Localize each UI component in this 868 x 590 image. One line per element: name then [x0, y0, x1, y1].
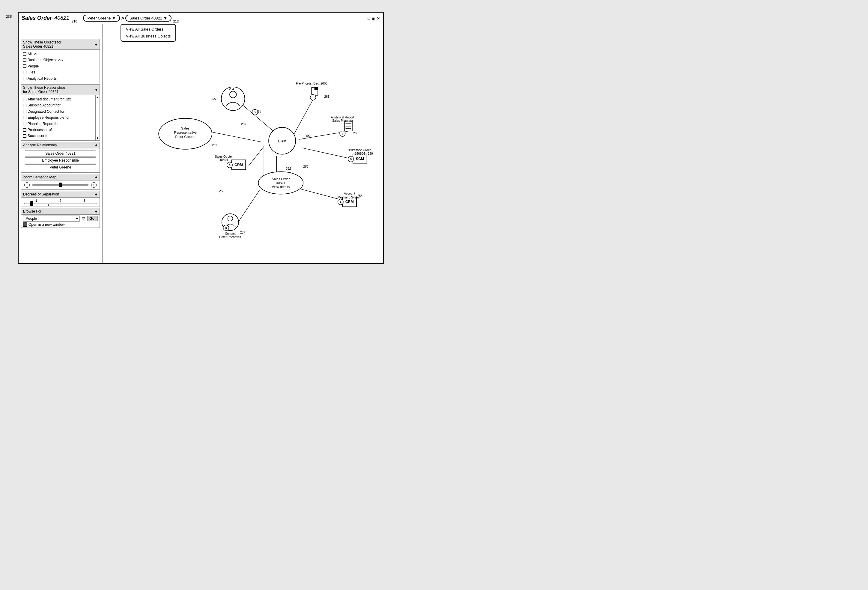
- node-account-num: 4: [340, 201, 341, 204]
- obj-all[interactable]: All 216: [23, 51, 98, 57]
- browse-header[interactable]: Browse For ◄: [21, 208, 100, 215]
- map-label-265: 265: [304, 134, 310, 138]
- browse-dropdown-arrow[interactable]: ▽: [81, 216, 86, 221]
- obj-business[interactable]: Businees Objects 217: [23, 57, 98, 63]
- section-objects-arrow[interactable]: ◄: [94, 42, 98, 46]
- zoom-minus-button[interactable]: −: [24, 182, 30, 188]
- scroll-bar[interactable]: ▲ ▼: [95, 95, 100, 140]
- close-icon[interactable]: ✕: [376, 16, 380, 21]
- rel-shipping[interactable]: Shipping Account for: [23, 102, 93, 108]
- nav-breadcrumb[interactable]: Peter Greene ▼ > Sales Order 40821 ▼: [83, 15, 171, 22]
- analyse-body: Sales Order 40821 226 Employee Responsib…: [21, 148, 100, 173]
- section-objects-title: Show These Objects forSales Order 40821: [23, 40, 62, 49]
- degrees-thumb[interactable]: [30, 201, 33, 206]
- obj-files[interactable]: Files: [23, 69, 98, 75]
- maximize-icon[interactable]: ▣: [372, 16, 375, 21]
- rel-shipping-checkbox[interactable]: [23, 104, 27, 107]
- rel-successor-checkbox[interactable]: [23, 134, 27, 138]
- browse-checkbox-icon[interactable]: [23, 223, 27, 227]
- node-purchase-text: SCM: [356, 157, 364, 161]
- nav-order-label: Sales Order 40821: [130, 16, 162, 21]
- node-report-label1: Analytical Report: [331, 116, 354, 119]
- rel-employee-label: Employee Responsible for: [28, 115, 69, 121]
- analyse-header[interactable]: Analyse Relationship ◄: [21, 142, 100, 148]
- section-rel-title: Show These Relationshipsfor Sales Order …: [23, 86, 66, 94]
- rel-employee-checkbox[interactable]: [23, 116, 27, 119]
- obj-files-label: Files: [28, 69, 35, 75]
- zoom-arrow[interactable]: ◄: [94, 175, 98, 179]
- node-account-text: CRM: [345, 200, 354, 204]
- section-browse: 240 Browse For ◄ People ▽ Go! Open in a …: [21, 208, 100, 228]
- nav-dropdown[interactable]: View All Sales Orders View All Business …: [121, 24, 176, 42]
- analyse-arrow[interactable]: ◄: [94, 143, 98, 147]
- rel-items: Attached document for 221 Shipping Accou…: [21, 95, 100, 140]
- right-panel: Sales Representative Peter Greene CRM Sa…: [103, 24, 383, 263]
- degrees-header[interactable]: Degrees of Separation ◄: [21, 191, 100, 198]
- node-center-crm-text: CRM: [278, 139, 286, 143]
- section-rel-body: ▲ ▼ Attached document for 221 Shipping A…: [21, 95, 100, 140]
- obj-people[interactable]: People: [23, 63, 98, 69]
- obj-business-checkbox[interactable]: [23, 59, 27, 62]
- degrees-labels: 1 2 3: [24, 199, 96, 202]
- browse-go-button[interactable]: Go!: [87, 216, 98, 221]
- rel-successor[interactable]: Successor to: [23, 133, 93, 139]
- rel-attached-checkbox[interactable]: [23, 98, 27, 101]
- obj-reports[interactable]: Analytical Reports: [23, 75, 98, 81]
- browse-title: Browse For: [23, 209, 41, 214]
- zoom-thumb[interactable]: [59, 183, 62, 187]
- obj-reports-checkbox[interactable]: [23, 77, 27, 80]
- map-label-267: 267: [212, 144, 217, 147]
- obj-all-checkbox[interactable]: [23, 52, 27, 56]
- browse-checkbox-row[interactable]: Open in a new window: [23, 223, 98, 227]
- nav-person-pill[interactable]: Peter Greene ▼: [83, 15, 120, 22]
- label-259: 259: [368, 152, 373, 155]
- window-controls[interactable]: □ ▣ ✕: [368, 16, 380, 21]
- label-257: 257: [240, 231, 245, 234]
- node-so-text3: View details: [272, 185, 290, 189]
- section-objects-header[interactable]: Show These Objects forSales Order 40821 …: [21, 39, 100, 50]
- minimize-icon[interactable]: □: [368, 16, 370, 21]
- rel-predecessor[interactable]: Predecessor of: [23, 127, 93, 133]
- node-file-label1: File Pricelist Dec. 2006: [296, 82, 328, 85]
- analyse-item2[interactable]: Employee Responsible: [25, 157, 96, 164]
- rel-contact-checkbox[interactable]: [23, 110, 27, 113]
- map-label-256: 256: [218, 189, 224, 193]
- browse-select[interactable]: People: [23, 215, 80, 221]
- node-account-label1: Account: [344, 192, 355, 195]
- obj-people-checkbox[interactable]: [23, 65, 27, 68]
- obj-files-checkbox[interactable]: [23, 71, 27, 74]
- rel-attached[interactable]: Attached document for 221: [23, 96, 93, 102]
- rel-contact[interactable]: Designated Contact for: [23, 109, 93, 115]
- node-report-num: 2: [342, 133, 343, 136]
- node-rep-text2: Representative: [174, 131, 196, 134]
- degrees-track[interactable]: [24, 203, 96, 204]
- scroll-down-icon[interactable]: ▼: [96, 136, 99, 140]
- zoom-track[interactable]: [32, 184, 89, 186]
- rel-successor-label: Successor to: [28, 133, 48, 139]
- node-report-icon[interactable]: [344, 121, 352, 131]
- scroll-up-icon[interactable]: ▲: [96, 96, 99, 99]
- analyse-item1[interactable]: Sales Order 40821: [25, 150, 96, 156]
- rel-predecessor-label: Predecessor of: [28, 127, 52, 133]
- rel-planning[interactable]: Planning Report for: [23, 121, 93, 127]
- node-contact-label2: Peter Roosevelt: [219, 235, 241, 239]
- section-rel-header[interactable]: Show These Relationshipsfor Sales Order …: [21, 84, 100, 95]
- rel-planning-checkbox[interactable]: [23, 122, 27, 125]
- zoom-header[interactable]: Zoom Semantic Map ◄: [21, 174, 100, 180]
- zoom-plus-button[interactable]: +: [91, 182, 96, 188]
- view-all-objects[interactable]: View All Business Objects: [126, 33, 171, 40]
- browse-input-row: People ▽ Go!: [23, 215, 98, 221]
- section-relationships: 220 Show These Relationshipsfor Sales Or…: [21, 84, 100, 141]
- degrees-arrow[interactable]: ◄: [94, 192, 98, 196]
- node-purchase-label1: Purchase Order: [349, 148, 371, 152]
- node-so-text2: 40821: [276, 181, 285, 185]
- analyse-item3[interactable]: Peter Greene: [25, 164, 96, 170]
- section-rel-arrow[interactable]: ◄: [94, 87, 98, 92]
- rel-employee[interactable]: Employee Responsible for: [23, 115, 93, 121]
- line-center-file: [293, 94, 316, 135]
- nav-order-pill[interactable]: Sales Order 40821 ▼: [125, 15, 171, 22]
- view-all-orders[interactable]: View All Sales Orders: [126, 26, 171, 33]
- browse-body: People ▽ Go! Open in a new window: [21, 215, 100, 227]
- rel-predecessor-checkbox[interactable]: [23, 128, 27, 131]
- browse-arrow[interactable]: ◄: [94, 209, 98, 214]
